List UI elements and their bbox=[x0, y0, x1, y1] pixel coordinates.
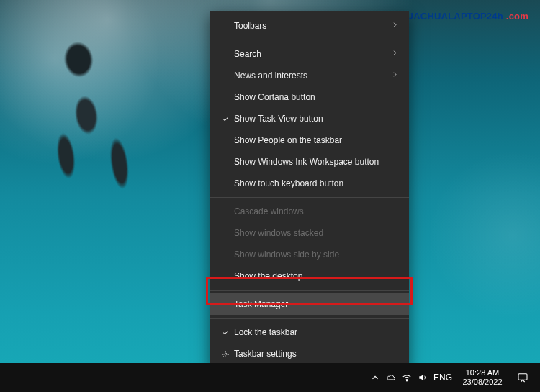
chevron-right-icon bbox=[390, 49, 399, 59]
gear-icon bbox=[217, 350, 234, 358]
menu-item-show-cortana-button[interactable]: Show Cortana button bbox=[210, 86, 409, 108]
menu-item-label: Show Cortana button bbox=[234, 92, 390, 102]
clock-area[interactable]: 10:28 AM 23/08/2022 bbox=[455, 368, 510, 387]
menu-item-show-task-view-button[interactable]: Show Task View button bbox=[210, 108, 409, 129]
wallpaper-figure bbox=[9, 14, 163, 217]
svg-point-1 bbox=[225, 353, 227, 355]
menu-item-show-windows-ink-workspace-button[interactable]: Show Windows Ink Workspace button bbox=[210, 151, 409, 173]
menu-item-label: Cascade windows bbox=[234, 206, 390, 216]
menu-item-show-the-desktop[interactable]: Show the desktop bbox=[210, 265, 409, 287]
menu-item-label: Show People on the taskbar bbox=[234, 135, 390, 145]
menu-item-news-and-interests[interactable]: News and interests bbox=[210, 65, 409, 86]
clock-time: 10:28 AM bbox=[466, 368, 499, 378]
menu-item-show-touch-keyboard-button[interactable]: Show touch keyboard button bbox=[210, 173, 409, 194]
svg-rect-3 bbox=[518, 373, 527, 380]
menu-item-toolbars[interactable]: Toolbars bbox=[210, 15, 409, 37]
menu-item-label: Show windows stacked bbox=[234, 228, 390, 238]
menu-item-taskbar-settings[interactable]: Taskbar settings bbox=[210, 343, 409, 365]
menu-separator bbox=[210, 40, 409, 40]
system-tray: ENG 10:28 AM 23/08/2022 bbox=[367, 363, 540, 392]
network-icon[interactable] bbox=[399, 363, 415, 392]
onedrive-icon[interactable] bbox=[383, 363, 399, 392]
check-icon bbox=[217, 115, 234, 123]
menu-separator bbox=[210, 290, 409, 291]
menu-item-label: Taskbar settings bbox=[234, 349, 390, 359]
watermark-suffix: .com bbox=[506, 11, 528, 22]
menu-item-label: News and interests bbox=[234, 70, 390, 81]
menu-item-label: Toolbars bbox=[234, 21, 390, 31]
action-center-button[interactable] bbox=[510, 372, 536, 383]
menu-item-show-people-on-the-taskbar[interactable]: Show People on the taskbar bbox=[210, 129, 409, 151]
menu-item-cascade-windows: Cascade windows bbox=[210, 201, 409, 222]
menu-item-label: Search bbox=[234, 49, 390, 59]
taskbar-context-menu: ToolbarsSearchNews and interestsShow Cor… bbox=[210, 11, 409, 369]
tray-overflow-button[interactable] bbox=[367, 363, 383, 392]
menu-item-label: Show the desktop bbox=[234, 271, 390, 281]
menu-item-show-windows-stacked: Show windows stacked bbox=[210, 222, 409, 244]
watermark-brand: SUACHUALAPTOP24h bbox=[400, 11, 503, 22]
menu-separator bbox=[210, 318, 409, 319]
svg-point-2 bbox=[406, 380, 407, 380]
chevron-right-icon bbox=[390, 21, 399, 31]
menu-item-task-manager[interactable]: Task Manager bbox=[210, 293, 409, 315]
menu-item-label: Task Manager bbox=[234, 299, 390, 309]
language-indicator[interactable]: ENG bbox=[431, 373, 455, 383]
menu-item-show-windows-side-by-side: Show windows side by side bbox=[210, 244, 409, 265]
menu-item-label: Show windows side by side bbox=[234, 250, 390, 260]
taskbar[interactable]: ENG 10:28 AM 23/08/2022 bbox=[0, 363, 540, 392]
show-desktop-sliver[interactable] bbox=[536, 363, 540, 392]
menu-item-label: Show Windows Ink Workspace button bbox=[234, 157, 390, 167]
menu-item-label: Show touch keyboard button bbox=[234, 178, 390, 188]
clock-date: 23/08/2022 bbox=[462, 378, 502, 387]
check-icon bbox=[217, 329, 234, 337]
menu-item-search[interactable]: Search bbox=[210, 43, 409, 65]
menu-separator bbox=[210, 197, 409, 198]
volume-icon[interactable] bbox=[415, 363, 431, 392]
chevron-right-icon bbox=[390, 70, 399, 81]
menu-item-lock-the-taskbar[interactable]: Lock the taskbar bbox=[210, 322, 409, 343]
menu-item-label: Show Task View button bbox=[234, 114, 390, 124]
menu-item-label: Lock the taskbar bbox=[234, 327, 390, 337]
